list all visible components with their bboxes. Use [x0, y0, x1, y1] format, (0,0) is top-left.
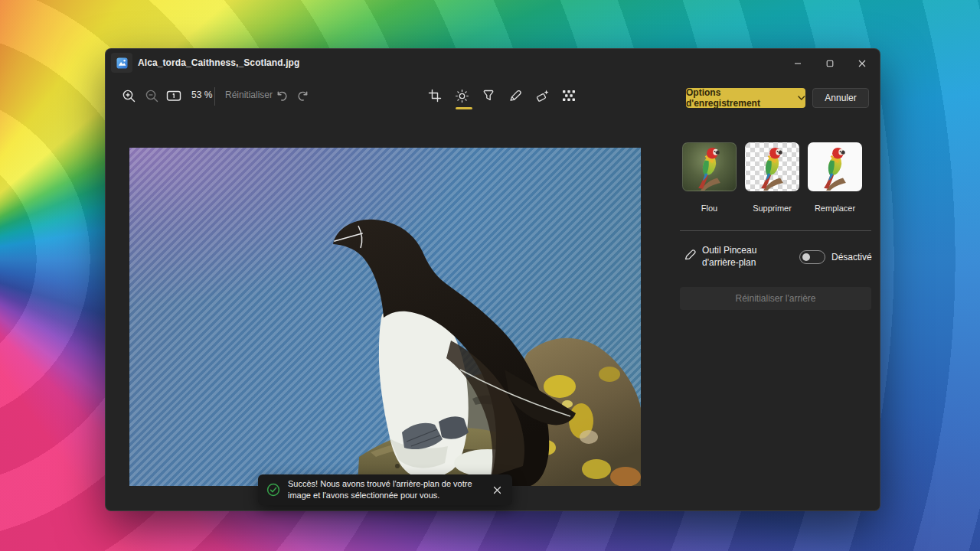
- editing-canvas[interactable]: [129, 148, 641, 486]
- reset-background-button[interactable]: Réinitialiser l'arrière: [680, 287, 871, 310]
- panel-divider: [680, 230, 871, 231]
- success-toast: Succès! Nous avons trouvé l'arrière-plan…: [258, 474, 512, 505]
- background-pattern-icon: [562, 90, 576, 102]
- window-controls: [782, 49, 878, 78]
- background-option-blur[interactable]: [682, 142, 737, 191]
- reset-background-label: Réinitialiser l'arrière: [736, 293, 816, 304]
- tool-background[interactable]: [557, 83, 580, 109]
- undo-button[interactable]: [270, 83, 293, 109]
- toast-message: Succès! Nous avons trouvé l'arrière-plan…: [288, 478, 485, 502]
- tool-crop[interactable]: [423, 83, 446, 109]
- photos-app-icon: [111, 53, 132, 73]
- parrot-thumbnail-replace: [808, 143, 861, 191]
- filter-funnel-icon: [482, 89, 495, 103]
- desktop: Alca_torda_Caithness,_Scotland.jpg: [0, 0, 980, 551]
- background-option-replace[interactable]: [808, 142, 862, 191]
- option-label-replace: Remplacer: [808, 204, 862, 213]
- zoom-fit-button[interactable]: [162, 83, 185, 109]
- toast-close-icon: [493, 486, 501, 494]
- photos-app-icon-glyph: [116, 57, 128, 69]
- parrot-thumbnail-remove: [746, 143, 799, 191]
- tool-retouch[interactable]: [531, 83, 554, 109]
- brush-tool-label: Outil Pinceau d'arrière-plan: [702, 245, 795, 269]
- toggle-knob: [802, 253, 810, 261]
- chevron-down-icon: [798, 96, 805, 100]
- close-icon: [858, 60, 866, 67]
- tool-adjustment[interactable]: [450, 83, 473, 109]
- zoom-out-icon: [145, 89, 159, 103]
- zoom-level: 53 %: [191, 90, 212, 100]
- toolbar: 53 % Réinitialiser: [106, 83, 880, 112]
- razorbill-photo: [129, 148, 641, 486]
- brush-tool-toggle[interactable]: [799, 250, 825, 264]
- minimize-icon: [794, 60, 802, 67]
- save-options-button[interactable]: Options d'enregistrement: [686, 88, 805, 108]
- parrot-thumbnail-blur: [683, 143, 736, 191]
- zoom-in-icon: [122, 89, 136, 103]
- save-options-label: Options d'enregistrement: [686, 87, 792, 109]
- adjustment-sun-icon: [455, 89, 469, 103]
- redo-icon: [296, 89, 310, 103]
- titlebar: Alca_torda_Caithness,_Scotland.jpg: [106, 49, 880, 78]
- toast-close-button[interactable]: [489, 482, 505, 497]
- option-label-blur: Flou: [682, 204, 737, 213]
- option-label-remove: Supprimer: [745, 204, 799, 213]
- close-button[interactable]: [846, 49, 878, 78]
- photos-app-window: Alca_torda_Caithness,_Scotland.jpg: [105, 48, 880, 511]
- brush-pencil-icon: [684, 248, 697, 261]
- zoom-in-button[interactable]: [117, 83, 140, 109]
- maximize-button[interactable]: [814, 49, 846, 78]
- maximize-icon: [826, 60, 834, 67]
- tool-filter[interactable]: [477, 83, 500, 109]
- undo-icon: [275, 89, 289, 103]
- active-tool-underline: [456, 107, 472, 109]
- minimize-button[interactable]: [782, 49, 814, 78]
- toolbar-divider: [214, 87, 215, 106]
- redo-button[interactable]: [292, 83, 315, 109]
- zoom-out-button[interactable]: [140, 83, 163, 109]
- brush-toggle-state: Désactivé: [831, 252, 872, 262]
- reset-view-button[interactable]: Réinitialiser: [225, 90, 273, 100]
- cancel-button[interactable]: Annuler: [812, 88, 869, 108]
- zoom-fit-icon: [166, 89, 181, 103]
- window-title: Alca_torda_Caithness,_Scotland.jpg: [138, 57, 299, 68]
- background-option-remove[interactable]: [745, 142, 799, 191]
- crop-icon: [428, 89, 442, 103]
- cancel-label: Annuler: [825, 93, 856, 103]
- markup-pen-icon: [508, 89, 522, 103]
- success-check-icon: [266, 483, 280, 497]
- tool-markup[interactable]: [504, 83, 527, 109]
- retouch-eraser-icon: [535, 89, 550, 103]
